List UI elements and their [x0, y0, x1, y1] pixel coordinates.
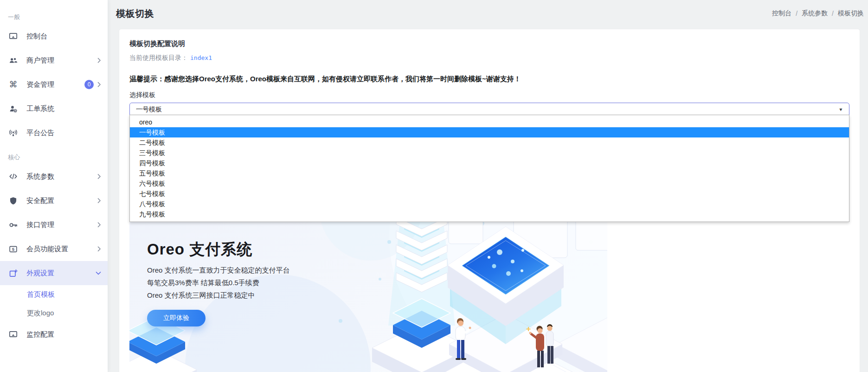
- select-arrow-icon: ▼: [838, 107, 843, 112]
- template-option-7[interactable]: 七号模板: [130, 189, 849, 199]
- command-icon: ⌘: [9, 80, 18, 89]
- hero-line: 每笔交易3%费率 结算最低0.5手续费: [147, 279, 290, 287]
- page-title: 模板切换: [116, 7, 154, 20]
- template-select-value: 一号模板: [136, 105, 162, 114]
- hero-title: Oreo 支付系统: [147, 240, 290, 259]
- sidebar-section-core: 核心: [0, 150, 108, 164]
- breadcrumb-sysparams[interactable]: 系统参数: [802, 9, 828, 18]
- chevron-down-icon: [96, 271, 101, 275]
- template-option-oreo[interactable]: oreo: [130, 117, 849, 127]
- template-option-5[interactable]: 五号模板: [130, 168, 849, 178]
- template-option-8[interactable]: 八号模板: [130, 199, 849, 209]
- card-heading: 模板切换配置说明: [129, 39, 849, 48]
- user-gear-icon: [9, 104, 18, 113]
- template-option-9[interactable]: 九号模板: [130, 209, 849, 219]
- sidebar-item-appearance[interactable]: 外观设置: [0, 261, 108, 285]
- sidebar-subitem-change-logo[interactable]: 更改logo: [0, 304, 108, 322]
- breadcrumb-separator: /: [832, 10, 834, 17]
- sidebar-item-label: 工单系统: [26, 104, 101, 113]
- template-option-2[interactable]: 二号模板: [130, 137, 849, 148]
- appearance-icon: [9, 269, 18, 278]
- sidebar-item-announcements[interactable]: 平台公告: [0, 121, 108, 145]
- sidebar-item-label: 资金管理: [26, 80, 84, 89]
- sidebar-item-funds[interactable]: ⌘ 资金管理 0: [0, 72, 108, 97]
- monitor-icon: [9, 330, 18, 339]
- shield-icon: [9, 196, 18, 205]
- sidebar-item-merchants[interactable]: 商户管理: [0, 48, 108, 72]
- sidebar-item-security[interactable]: 安全配置: [0, 189, 108, 213]
- chevron-right-icon: [97, 174, 101, 179]
- try-now-button[interactable]: 立即体验: [147, 310, 206, 326]
- sidebar-item-label: 系统参数: [26, 172, 97, 181]
- key-icon: [9, 221, 18, 229]
- hero-text-block: Oreo 支付系统 Oreo 支付系统一直致力于安全稳定的支付平台 每笔交易3%…: [147, 240, 290, 326]
- sidebar-section-general: 一般: [0, 10, 108, 24]
- code-icon: [9, 172, 18, 181]
- funds-count-badge: 0: [84, 80, 94, 89]
- select-label: 选择模板: [129, 91, 849, 99]
- chevron-right-icon: [97, 198, 101, 203]
- template-option-1-selected[interactable]: 一号模板: [130, 127, 849, 137]
- sidebar-item-monitoring[interactable]: 监控配置: [0, 322, 108, 346]
- template-select-dropdown: oreo 一号模板 二号模板 三号模板 四号模板 五号模板 六号模板 七号模板 …: [129, 115, 849, 222]
- breadcrumb-separator: /: [796, 10, 797, 17]
- monitor-icon: [9, 32, 18, 41]
- current-template-dir-value: index1: [190, 54, 212, 61]
- sidebar-item-label: 控制台: [26, 32, 101, 41]
- chevron-right-icon: [97, 246, 101, 252]
- sidebar-subitem-home-template[interactable]: 首页模板: [0, 285, 108, 304]
- hero-line: Oreo 支付系统一直致力于安全稳定的支付平台: [147, 266, 290, 274]
- svg-text:5: 5: [12, 247, 14, 251]
- current-template-dir-label: 当前使用模板目录：: [129, 54, 188, 61]
- hero-line: Oreo 支付系统三网接口正常稳定中: [147, 291, 290, 300]
- main-content: 模板切换 控制台 / 系统参数 / 模板切换 模板切换配置说明 当前使用模板目录…: [108, 0, 868, 372]
- breadcrumb-current: 模板切换: [838, 9, 864, 18]
- chevron-right-icon: [97, 82, 101, 87]
- users-icon: [9, 56, 18, 65]
- member-icon: 5: [9, 245, 18, 254]
- sidebar-item-label: 商户管理: [26, 56, 97, 65]
- breadcrumb-console[interactable]: 控制台: [772, 9, 791, 18]
- template-option-6[interactable]: 六号模板: [130, 178, 849, 189]
- sidebar-item-label: 监控配置: [26, 330, 101, 339]
- breadcrumb: 控制台 / 系统参数 / 模板切换: [772, 9, 864, 18]
- sidebar: 一般 控制台 商户管理 ⌘ 资金管理 0 工单系统 平台公告 核心: [0, 0, 108, 372]
- sidebar-item-api[interactable]: 接口管理: [0, 213, 108, 237]
- sidebar-item-member-features[interactable]: 5 会员功能设置: [0, 237, 108, 261]
- sidebar-item-label: 外观设置: [26, 269, 96, 278]
- template-switch-card: 模板切换配置说明 当前使用模板目录：index1 温馨提示：感谢您选择Oreo支…: [119, 29, 860, 372]
- sidebar-item-label: 平台公告: [26, 129, 101, 137]
- page-header: 模板切换 控制台 / 系统参数 / 模板切换: [108, 0, 868, 27]
- broadcast-icon: [9, 129, 18, 137]
- sidebar-item-tickets[interactable]: 工单系统: [0, 97, 108, 121]
- sidebar-item-label: 会员功能设置: [26, 245, 97, 254]
- sidebar-item-label: 安全配置: [26, 196, 97, 205]
- template-option-4[interactable]: 四号模板: [130, 158, 849, 168]
- tip-text: 温馨提示：感谢您选择Oreo支付系统，Oreo模板来自互联网，如有侵权请立即联系…: [129, 75, 849, 83]
- chevron-right-icon: [97, 58, 101, 63]
- sidebar-item-label: 接口管理: [26, 221, 97, 229]
- sidebar-item-sysparams[interactable]: 系统参数: [0, 164, 108, 189]
- chevron-right-icon: [97, 222, 101, 228]
- template-option-3[interactable]: 三号模板: [130, 148, 849, 158]
- sidebar-item-console[interactable]: 控制台: [0, 24, 108, 48]
- current-template-dir-line: 当前使用模板目录：index1: [129, 54, 849, 62]
